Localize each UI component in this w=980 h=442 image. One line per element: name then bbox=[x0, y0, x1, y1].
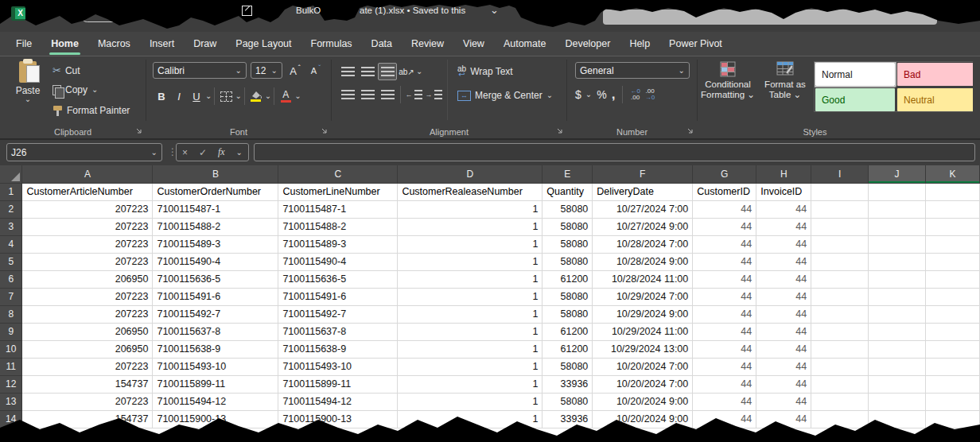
cell-A3[interactable]: 207223 bbox=[22, 218, 153, 235]
percent-style-button[interactable]: % bbox=[597, 88, 606, 101]
alignment-dialog-launcher[interactable] bbox=[556, 127, 564, 135]
wrap-text-button[interactable]: ab↩ Wrap Text bbox=[457, 66, 513, 77]
cell-H5[interactable]: 44 bbox=[756, 253, 811, 270]
enter-icon[interactable]: ✓ bbox=[199, 147, 207, 158]
align-center-button[interactable] bbox=[358, 86, 377, 103]
cell-F12[interactable]: 10/20/2024 7:00 bbox=[593, 375, 693, 393]
ribbon-tab-formulas[interactable]: Formulas bbox=[311, 38, 352, 49]
cell-J3[interactable] bbox=[869, 218, 926, 235]
merge-center-button[interactable]: ↔ Merge & Center ⌄ bbox=[457, 90, 553, 101]
cell-K3[interactable] bbox=[926, 218, 980, 235]
orientation-button[interactable]: ab↗ bbox=[398, 62, 415, 81]
cell-E8[interactable]: 58080 bbox=[542, 305, 593, 323]
cell-J12[interactable] bbox=[869, 375, 926, 393]
cell-K2[interactable] bbox=[926, 200, 980, 218]
increase-font-size-button[interactable]: Aˆ bbox=[286, 61, 304, 80]
cell-I2[interactable] bbox=[811, 200, 869, 218]
cell-B5[interactable]: 7100115490-4 bbox=[153, 253, 278, 270]
cell-F5[interactable]: 10/28/2024 9:00 bbox=[593, 253, 693, 270]
number-format-combobox[interactable]: General ⌄ bbox=[575, 62, 690, 79]
cell-G13[interactable]: 44 bbox=[693, 393, 756, 410]
cell-B11[interactable]: 7100115493-10 bbox=[153, 358, 278, 375]
cell-K1[interactable] bbox=[926, 183, 980, 200]
align-left-button[interactable] bbox=[338, 86, 357, 103]
cell-J14[interactable] bbox=[869, 410, 926, 428]
ribbon-tab-macros[interactable]: Macros bbox=[98, 38, 130, 49]
row-header-10[interactable]: 10 bbox=[0, 340, 22, 358]
cell-G3[interactable]: 44 bbox=[693, 218, 756, 235]
column-header-a[interactable]: A bbox=[22, 165, 153, 183]
cell-K14[interactable] bbox=[926, 410, 980, 428]
cell-D2[interactable]: 1 bbox=[398, 200, 542, 218]
cell-F13[interactable]: 10/20/2024 9:00 bbox=[593, 393, 693, 410]
cell-C9[interactable]: 7100115637-8 bbox=[278, 323, 398, 340]
cell-J2[interactable] bbox=[869, 200, 926, 218]
cell-A7[interactable]: 207223 bbox=[22, 288, 153, 305]
cell-A6[interactable]: 206950 bbox=[22, 270, 153, 288]
align-top-button[interactable] bbox=[338, 63, 357, 80]
increase-decimal-button[interactable]: ←0.00 bbox=[630, 88, 640, 101]
cell-E3[interactable]: 58080 bbox=[542, 218, 593, 235]
cell-C4[interactable]: 7100115489-3 bbox=[278, 235, 398, 253]
cell-F7[interactable]: 10/29/2024 7:00 bbox=[593, 288, 693, 305]
cell-D6[interactable]: 1 bbox=[398, 270, 542, 288]
cell-C6[interactable]: 7100115636-5 bbox=[278, 270, 398, 288]
cell-K12[interactable] bbox=[926, 375, 980, 393]
column-header-j[interactable]: J bbox=[869, 165, 926, 183]
cell-H6[interactable]: 44 bbox=[756, 270, 811, 288]
chevron-down-icon[interactable]: ⌄ bbox=[205, 93, 212, 99]
chevron-down-icon[interactable]: ⌄ bbox=[294, 93, 301, 99]
cell-A5[interactable]: 207223 bbox=[22, 253, 153, 270]
chevron-down-icon[interactable]: ⌄ bbox=[416, 68, 422, 75]
cell-J7[interactable] bbox=[869, 288, 926, 305]
accounting-format-button[interactable]: $⌄ bbox=[575, 88, 592, 101]
column-header-g[interactable]: G bbox=[693, 165, 756, 183]
cell-H8[interactable]: 44 bbox=[756, 305, 811, 323]
cell-J9[interactable] bbox=[869, 323, 926, 340]
decrease-font-size-button[interactable]: Aˇ bbox=[307, 61, 325, 80]
style-good[interactable]: Good bbox=[815, 88, 895, 111]
font-size-combobox[interactable]: 12 ⌄ bbox=[251, 62, 282, 79]
cell-H11[interactable]: 44 bbox=[756, 358, 811, 375]
chevron-down-icon[interactable]: ⌄ bbox=[235, 93, 241, 99]
cell-K8[interactable] bbox=[926, 305, 980, 323]
cell-K9[interactable] bbox=[926, 323, 980, 340]
row-header-13[interactable]: 13 bbox=[0, 393, 22, 410]
cell-E6[interactable]: 61200 bbox=[542, 270, 593, 288]
select-all-button[interactable] bbox=[0, 165, 22, 183]
cell-F9[interactable]: 10/29/2024 11:00 bbox=[593, 323, 693, 340]
cell-D8[interactable]: 1 bbox=[398, 305, 542, 323]
cell-F10[interactable]: 10/29/2024 13:00 bbox=[593, 340, 693, 358]
style-neutral[interactable]: Neutral bbox=[897, 88, 973, 111]
cell-I12[interactable] bbox=[811, 375, 869, 393]
number-dialog-launcher[interactable] bbox=[686, 127, 694, 135]
row-header-3[interactable]: 3 bbox=[0, 218, 22, 235]
cell-D14[interactable]: 1 bbox=[398, 410, 542, 428]
column-header-c[interactable]: C bbox=[278, 165, 398, 183]
cell-G9[interactable]: 44 bbox=[693, 323, 756, 340]
row-header-6[interactable]: 6 bbox=[0, 270, 22, 288]
cell-G5[interactable]: 44 bbox=[693, 253, 756, 270]
cell-E5[interactable]: 58080 bbox=[542, 253, 593, 270]
cell-C3[interactable]: 7100115488-2 bbox=[278, 218, 398, 235]
cell-B14[interactable]: 7100115900-13 bbox=[153, 410, 278, 428]
cell-C12[interactable]: 7100115899-11 bbox=[278, 375, 398, 393]
cell-F4[interactable]: 10/28/2024 7:00 bbox=[593, 235, 693, 253]
decrease-indent-button[interactable]: ← bbox=[404, 86, 423, 103]
ribbon-tab-power-pivot[interactable]: Power Pivot bbox=[669, 38, 722, 49]
cell-I14[interactable] bbox=[811, 410, 869, 428]
cell-A10[interactable]: 206950 bbox=[22, 340, 153, 358]
cell-I4[interactable] bbox=[811, 235, 869, 253]
cell-I13[interactable] bbox=[811, 393, 869, 410]
cell-F2[interactable]: 10/27/2024 7:00 bbox=[593, 200, 693, 218]
cell-A12[interactable]: 154737 bbox=[22, 375, 153, 393]
cell-E7[interactable]: 58080 bbox=[542, 288, 593, 305]
cell-J4[interactable] bbox=[869, 235, 926, 253]
cell-E12[interactable]: 33936 bbox=[542, 375, 593, 393]
column-header-h[interactable]: H bbox=[756, 165, 811, 183]
column-header-i[interactable]: I bbox=[811, 165, 869, 183]
cell-E1[interactable]: Quantity bbox=[542, 183, 593, 200]
row-header-8[interactable]: 8 bbox=[0, 305, 22, 323]
cell-B7[interactable]: 7100115491-6 bbox=[153, 288, 278, 305]
cell-F14[interactable]: 10/20/2024 9:00 bbox=[593, 410, 693, 428]
